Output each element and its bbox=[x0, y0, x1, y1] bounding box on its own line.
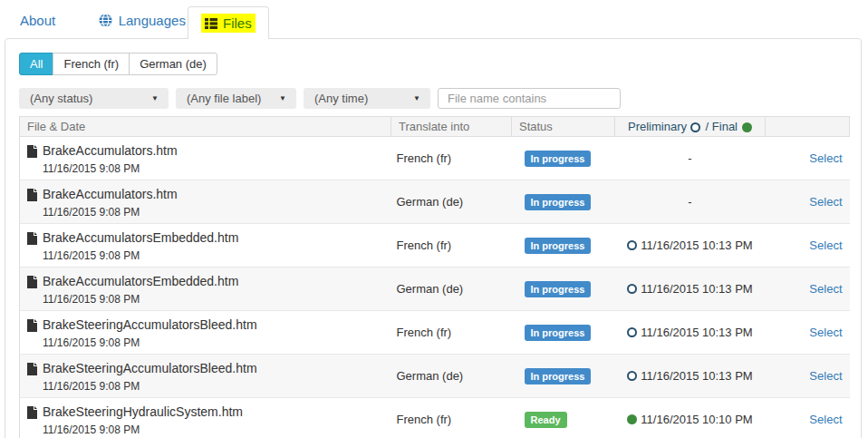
header-status: Status bbox=[512, 117, 615, 137]
table-row: BrakeAccumulators.htm 11/16/2015 9:08 PM… bbox=[20, 180, 850, 224]
tab-files[interactable]: Files bbox=[188, 6, 269, 39]
header-file-date: File & Date bbox=[20, 117, 391, 137]
translate-into-value: French (fr) bbox=[391, 398, 512, 438]
filter-german-button[interactable]: German (de) bbox=[129, 53, 217, 75]
preliminary-circle-icon bbox=[627, 284, 637, 294]
file-date: 11/16/2015 9:08 PM bbox=[43, 380, 384, 393]
tab-about-label: About bbox=[20, 13, 55, 28]
translate-into-value: German (de) bbox=[391, 268, 512, 311]
file-icon bbox=[27, 189, 37, 201]
file-name-search-input[interactable] bbox=[438, 88, 621, 109]
status-badge: In progress bbox=[525, 151, 592, 167]
file-icon bbox=[27, 145, 37, 158]
file-date: 11/16/2015 9:08 PM bbox=[43, 423, 384, 436]
file-icon bbox=[27, 276, 37, 288]
chevron-down-icon: ▼ bbox=[279, 94, 286, 102]
select-link[interactable]: Select bbox=[809, 151, 842, 165]
table-row: BrakeAccumulators.htm 11/16/2015 9:08 PM… bbox=[20, 137, 850, 180]
preliminary-value: 11/16/2015 10:13 PM bbox=[641, 238, 752, 252]
file-date: 11/16/2015 9:08 PM bbox=[43, 293, 384, 306]
table-row: BrakeSteeringAccumulatorsBleed.htm 11/16… bbox=[20, 355, 850, 398]
translate-into-value: French (fr) bbox=[391, 224, 512, 268]
select-link[interactable]: Select bbox=[809, 282, 842, 296]
file-name: BrakeAccumulatorsEmbedded.htm bbox=[43, 230, 238, 246]
status-badge: In progress bbox=[525, 238, 592, 254]
translate-into-value: French (fr) bbox=[391, 137, 512, 180]
translate-into-value: German (de) bbox=[391, 180, 512, 224]
status-badge: In progress bbox=[525, 368, 592, 384]
time-dropdown-value: (Any time) bbox=[314, 92, 368, 105]
file-name: BrakeSteeringHydraulicSystem.htm bbox=[43, 404, 243, 420]
table-row: BrakeSteeringAccumulatorsBleed.htm 11/16… bbox=[20, 311, 850, 355]
preliminary-value: - bbox=[615, 180, 766, 224]
status-dropdown[interactable]: (Any status) ▼ bbox=[19, 88, 169, 109]
filter-all-button[interactable]: All bbox=[19, 53, 53, 75]
select-link[interactable]: Select bbox=[809, 238, 842, 252]
file-label-dropdown[interactable]: (Any file label) ▼ bbox=[176, 88, 296, 109]
header-preliminary-final: Preliminary / Final bbox=[615, 117, 766, 137]
file-name: BrakeAccumulators.htm bbox=[43, 143, 178, 159]
final-circle-icon bbox=[627, 414, 637, 424]
file-icon bbox=[27, 319, 37, 332]
file-name: BrakeSteeringAccumulatorsBleed.htm bbox=[43, 361, 257, 376]
preliminary-value: 11/16/2015 10:10 PM bbox=[641, 413, 752, 426]
preliminary-circle-icon bbox=[690, 122, 700, 132]
table-row: BrakeAccumulatorsEmbedded.htm 11/16/2015… bbox=[20, 224, 850, 268]
time-dropdown[interactable]: (Any time) ▼ bbox=[304, 88, 430, 109]
file-date: 11/16/2015 9:08 PM bbox=[43, 249, 384, 262]
preliminary-value: 11/16/2015 10:13 PM bbox=[641, 369, 752, 383]
translate-into-value: French (fr) bbox=[391, 311, 512, 355]
status-badge: Ready bbox=[525, 412, 567, 428]
file-icon bbox=[27, 406, 37, 419]
filter-french-button[interactable]: French (fr) bbox=[53, 53, 130, 75]
preliminary-circle-icon bbox=[627, 371, 637, 381]
preliminary-value: 11/16/2015 10:13 PM bbox=[641, 282, 752, 296]
chevron-down-icon: ▼ bbox=[413, 94, 420, 102]
file-date: 11/16/2015 9:08 PM bbox=[43, 162, 384, 175]
table-header-row: File & Date Translate into Status Prelim… bbox=[20, 117, 850, 137]
tab-languages[interactable]: Languages bbox=[99, 13, 186, 28]
status-badge: In progress bbox=[525, 325, 592, 341]
preliminary-value: 11/16/2015 10:13 PM bbox=[641, 326, 752, 339]
tab-about[interactable]: About bbox=[20, 13, 55, 28]
file-name: BrakeSteeringAccumulatorsBleed.htm bbox=[43, 317, 257, 333]
select-link[interactable]: Select bbox=[809, 326, 842, 339]
status-badge: In progress bbox=[525, 281, 592, 297]
file-name: BrakeAccumulators.htm bbox=[43, 187, 178, 202]
file-icon bbox=[27, 232, 37, 245]
files-list-icon bbox=[205, 18, 217, 29]
header-actions bbox=[766, 117, 850, 137]
file-date: 11/16/2015 9:08 PM bbox=[43, 336, 384, 349]
final-circle-icon bbox=[742, 122, 752, 132]
preliminary-circle-icon bbox=[627, 240, 637, 250]
select-link[interactable]: Select bbox=[809, 195, 842, 209]
globe-icon bbox=[99, 14, 112, 27]
status-badge: In progress bbox=[525, 194, 592, 210]
tab-languages-label: Languages bbox=[119, 13, 186, 28]
files-panel: All French (fr) German (de) (Any status)… bbox=[5, 38, 862, 438]
tab-bar: About Languages Files bbox=[0, 0, 868, 38]
table-row: BrakeSteeringHydraulicSystem.htm 11/16/2… bbox=[20, 398, 850, 438]
file-icon bbox=[27, 363, 37, 375]
table-row: BrakeAccumulatorsEmbedded.htm 11/16/2015… bbox=[20, 268, 850, 311]
select-link[interactable]: Select bbox=[809, 369, 842, 383]
file-date: 11/16/2015 9:08 PM bbox=[43, 206, 384, 219]
files-table: File & Date Translate into Status Prelim… bbox=[19, 116, 850, 438]
file-label-dropdown-value: (Any file label) bbox=[187, 92, 261, 105]
chevron-down-icon: ▼ bbox=[151, 94, 159, 102]
filters-row: (Any status) ▼ (Any file label) ▼ (Any t… bbox=[19, 88, 847, 109]
tab-files-label: Files bbox=[223, 15, 252, 31]
tab-files-highlight: Files bbox=[201, 14, 256, 33]
preliminary-circle-icon bbox=[627, 327, 637, 337]
select-link[interactable]: Select bbox=[809, 413, 842, 426]
status-dropdown-value: (Any status) bbox=[30, 92, 92, 105]
header-translate-into: Translate into bbox=[391, 117, 512, 137]
file-name: BrakeAccumulatorsEmbedded.htm bbox=[43, 274, 238, 289]
preliminary-value: - bbox=[615, 137, 766, 180]
translate-into-value: German (de) bbox=[391, 355, 512, 398]
language-filter-group: All French (fr) German (de) bbox=[19, 53, 217, 75]
